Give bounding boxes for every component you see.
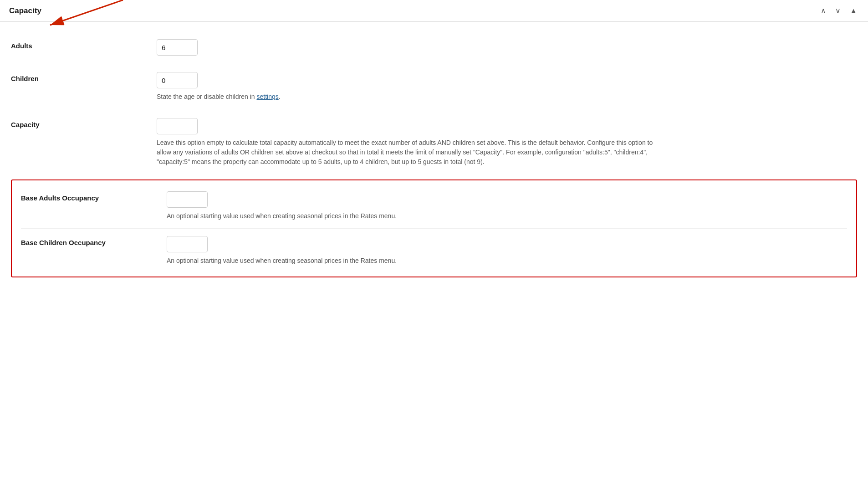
header-controls: ∧ ∨ ▲ xyxy=(819,5,859,16)
form-content: Adults Children State the age or disable… xyxy=(0,22,868,291)
base-children-label: Base Children Occupancy xyxy=(21,236,167,246)
scroll-up-button[interactable]: ∧ xyxy=(819,5,828,16)
base-children-row: Base Children Occupancy An optional star… xyxy=(21,229,847,272)
base-adults-description: An optional starting value used when cre… xyxy=(167,211,668,221)
children-label: Children xyxy=(11,72,157,82)
svg-line-1 xyxy=(50,0,123,25)
section-title: Capacity xyxy=(9,6,41,15)
section-header: Capacity ∧ ∨ ▲ xyxy=(0,0,868,22)
children-description: State the age or disable children in set… xyxy=(157,92,658,102)
settings-link[interactable]: settings xyxy=(256,93,278,100)
adults-label: Adults xyxy=(11,39,157,50)
base-children-input[interactable] xyxy=(167,236,208,252)
base-children-description: An optional starting value used when cre… xyxy=(167,256,668,266)
capacity-field-content: Leave this option empty to calculate tot… xyxy=(157,118,857,167)
base-children-field-content: An optional starting value used when cre… xyxy=(167,236,847,266)
scroll-down-button[interactable]: ∨ xyxy=(833,5,842,16)
page-container: Capacity ∧ ∨ ▲ Adults Children xyxy=(0,0,868,502)
base-adults-label: Base Adults Occupancy xyxy=(21,191,167,202)
base-adults-field-content: An optional starting value used when cre… xyxy=(167,191,847,221)
capacity-input[interactable] xyxy=(157,118,198,134)
highlighted-section: Base Adults Occupancy An optional starti… xyxy=(11,179,857,277)
capacity-description: Leave this option empty to calculate tot… xyxy=(157,138,658,167)
children-input[interactable] xyxy=(157,72,198,88)
children-row: Children State the age or disable childr… xyxy=(11,64,857,110)
children-field-content: State the age or disable children in set… xyxy=(157,72,857,102)
adults-input[interactable] xyxy=(157,39,198,56)
base-adults-input[interactable] xyxy=(167,191,208,208)
base-adults-row: Base Adults Occupancy An optional starti… xyxy=(21,185,847,228)
capacity-label: Capacity xyxy=(11,118,157,128)
capacity-row: Capacity Leave this option empty to calc… xyxy=(11,110,857,175)
collapse-button[interactable]: ▲ xyxy=(848,6,859,16)
adults-row: Adults xyxy=(11,31,857,64)
adults-field-content xyxy=(157,39,857,56)
